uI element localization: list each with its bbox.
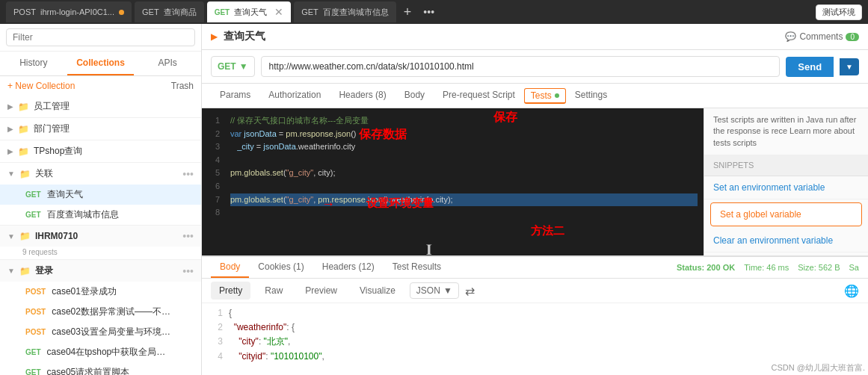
code-line-2: var jsonData = pm.response.json(): [230, 128, 698, 141]
collection-item-employees[interactable]: ▶ 📁 员工管理: [0, 96, 201, 117]
comments-button[interactable]: 💬 Comments 0: [785, 31, 859, 42]
main-layout: History Collections APIs + New Collectio…: [0, 24, 868, 375]
snippet-clear-env[interactable]: Clear an environment variable: [704, 229, 868, 252]
bottom-tabs: Body Cookies (1) Headers (12) Test Resul…: [202, 257, 868, 279]
json-format-select[interactable]: JSON ▼: [410, 282, 459, 299]
json-format-label: JSON: [416, 285, 440, 296]
search-input[interactable]: [6, 28, 195, 46]
inner-tab-preview[interactable]: Preview: [297, 282, 345, 300]
group-count: 9 requests: [0, 247, 201, 259]
tab-body[interactable]: Body: [395, 84, 434, 108]
content-area: ▶ 查询天气 💬 Comments 0 GET ▼ Send ▼ Params: [202, 24, 868, 375]
code-editor[interactable]: 1 2 3 4 5 6 7 8 // 保存天气接口的城市名称---全局变量 va…: [202, 108, 704, 255]
response-size: Size: 562 B: [798, 263, 840, 272]
code-line-5: pm.globals.set("g_city", city);: [230, 167, 698, 180]
inner-tab-raw[interactable]: Raw: [256, 282, 291, 300]
request-header: ▶ 查询天气 💬 Comments 0: [202, 24, 868, 50]
tab-authorization[interactable]: Authorization: [259, 84, 330, 108]
inner-tab-visualize[interactable]: Visualize: [351, 282, 404, 300]
bottom-tab-headers[interactable]: Headers (12): [313, 257, 384, 278]
item-label: case03设置全局变量与环境变量: [52, 326, 171, 338]
method-badge-get: GET: [22, 190, 44, 199]
sidebar-tab-collections[interactable]: Collections: [67, 52, 135, 75]
folder-icon: 📁: [18, 124, 29, 134]
tab-get-commodity[interactable]: GET 查询商品: [135, 1, 204, 22]
new-collection-button[interactable]: + New Collection: [7, 81, 75, 91]
snippet-set-global[interactable]: Set a globel variable: [710, 202, 862, 226]
code-content: // 保存天气接口的城市名称---全局变量 var jsonData = pm.…: [224, 108, 704, 255]
tab-add-button[interactable]: +: [399, 4, 416, 20]
url-bar: GET ▼ Send ▼: [202, 50, 868, 84]
line-num-7: 7: [206, 193, 220, 207]
collection-item-tpshop[interactable]: ▶ 📁 TPshop查询: [0, 140, 201, 162]
line-num-6: 6: [206, 180, 220, 193]
bottom-line-3: 3 "city": "北京",: [211, 335, 859, 349]
more-dots-icon[interactable]: •••: [182, 168, 194, 180]
line-numbers: 1 2 3 4 5 6 7 8: [202, 108, 224, 255]
save-response-label[interactable]: Sa: [849, 263, 859, 272]
item-label: 查询天气: [47, 188, 83, 201]
sub-item-login-case02[interactable]: POST case02数据异常测试——不输入密码: [0, 302, 201, 322]
more-dots-icon[interactable]: •••: [182, 230, 194, 242]
snippet-set-env[interactable]: Set an environment variable: [704, 176, 868, 199]
tab-params[interactable]: Params: [211, 84, 259, 108]
line-num: 2: [211, 320, 223, 335]
code-line-6: [230, 180, 698, 193]
send-button[interactable]: Send: [786, 57, 834, 77]
bottom-tab-test-results[interactable]: Test Results: [384, 257, 450, 278]
sub-item-login-case05[interactable]: GET case05请求前置脚本: [0, 362, 201, 375]
tab-get-baidu[interactable]: GET 百度查询城市信息: [294, 1, 396, 22]
arrow-icon: ▶: [7, 147, 13, 155]
method-badge-get: GET: [22, 368, 44, 375]
tab-headers[interactable]: Headers (8): [330, 84, 395, 108]
tab-post-ihrm[interactable]: POST ihrm-login-API0C1...: [6, 1, 132, 22]
sub-item-login-case04[interactable]: GET case04在tpshop中获取全局变量与环境...: [0, 342, 201, 362]
tab-tests[interactable]: Tests: [524, 88, 566, 104]
sub-item-login-case03[interactable]: POST case03设置全局变量与环境变量: [0, 322, 201, 342]
collection-label: TPshop查询: [34, 145, 82, 158]
dropdown-icon: ▼: [443, 285, 452, 296]
collection-item-dept[interactable]: ▶ 📁 部门管理: [0, 118, 201, 140]
status-ok-label: Status: 200 OK: [677, 263, 735, 272]
item-label: case01登录成功: [52, 285, 117, 298]
line-content: "city": "北京",: [229, 335, 290, 349]
sub-item-baidu[interactable]: GET 百度查询城市信息: [0, 205, 201, 225]
collection-label: 关联: [35, 167, 53, 180]
inner-tab-pretty[interactable]: Pretty: [211, 282, 250, 300]
sidebar-tab-history[interactable]: History: [0, 52, 67, 75]
bottom-tab-body[interactable]: Body: [211, 257, 249, 278]
snippets-header: SNIPPETS: [704, 155, 868, 176]
sub-item-weather[interactable]: GET 查询天气: [0, 185, 201, 205]
tab-settings[interactable]: Settings: [566, 84, 616, 108]
sub-item-login-case01[interactable]: POST case01登录成功: [0, 282, 201, 302]
tab-get-weather[interactable]: GET 查询天气 ✕: [207, 1, 292, 22]
snippet-clear-global[interactable]: Clear a global variable: [704, 252, 868, 255]
collapse-icon[interactable]: ▶: [211, 31, 218, 42]
globe-icon[interactable]: 🌐: [844, 284, 859, 298]
format-icon[interactable]: ⇄: [465, 284, 475, 298]
group-header-ihrm[interactable]: ▼ 📁 IHRM0710 •••: [0, 226, 201, 247]
method-select[interactable]: GET ▼: [211, 56, 255, 77]
tab-prerequest[interactable]: Pre-request Script: [434, 84, 524, 108]
bottom-tab-cookies[interactable]: Cookies (1): [249, 257, 313, 278]
method-badge-post: POST: [22, 307, 49, 317]
code-line-3: _city = jsonData.weatherinfo.city: [230, 140, 698, 154]
group-label: IHRM0710: [35, 231, 78, 241]
arrow-icon: ▼: [7, 232, 15, 241]
env-selector[interactable]: 测试环境: [816, 4, 862, 20]
collection-item-relation[interactable]: ▼ 📁 关联 •••: [0, 163, 201, 185]
url-input[interactable]: [261, 56, 781, 77]
method-badge-get: GET: [22, 347, 44, 357]
more-dots-icon[interactable]: •••: [182, 265, 194, 277]
sidebar-tab-apis[interactable]: APIs: [134, 52, 201, 75]
item-label: case04在tpshop中获取全局变量与环境...: [47, 346, 167, 359]
item-label: case05请求前置脚本: [47, 366, 130, 375]
send-dropdown-button[interactable]: ▼: [840, 58, 859, 75]
bottom-line-1: 1 {: [211, 306, 859, 320]
sidebar-tabs: History Collections APIs: [0, 52, 201, 76]
collection-group-dept: ▶ 📁 部门管理: [0, 118, 201, 140]
group-header-login[interactable]: ▼ 📁 登录 •••: [0, 260, 201, 282]
trash-button[interactable]: Trash: [171, 81, 194, 91]
tab-close-icon[interactable]: ✕: [274, 6, 283, 18]
tab-more-icon[interactable]: •••: [419, 6, 439, 18]
